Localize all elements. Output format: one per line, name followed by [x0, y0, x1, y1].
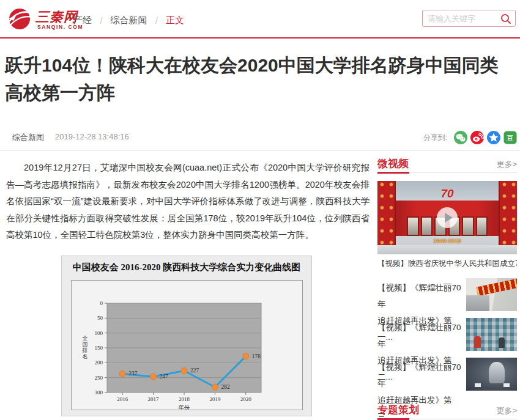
wechat-share-icon[interactable]	[454, 131, 467, 144]
search-icon[interactable]	[500, 13, 512, 25]
article-category: 综合新闻	[12, 132, 44, 143]
svg-text:2017: 2017	[148, 396, 160, 402]
sidebar-section-topics-header: 专题策划 更多>	[377, 403, 517, 419]
header-divider	[0, 37, 520, 39]
svg-text:178: 178	[252, 353, 261, 359]
anniversary-70-badge: 70	[440, 187, 453, 201]
share-label: 分享到:	[423, 133, 447, 143]
svg-text:全: 全	[83, 335, 88, 341]
video-thumbnail[interactable]	[466, 358, 517, 391]
svg-text:2016: 2016	[117, 396, 128, 402]
svg-text:100: 100	[95, 330, 103, 336]
douban-share-icon[interactable]: 豆	[503, 131, 517, 144]
article-date: 2019-12-28 13:48:16	[55, 132, 129, 141]
breadcrumb-separator: /	[150, 15, 163, 26]
video-list-item: 【视频】《辉煌壮丽70年 追赶超越再出发》第一...	[377, 278, 517, 312]
weibo-share-icon[interactable]	[470, 131, 484, 144]
meta-divider	[0, 150, 520, 151]
video-thumbnail[interactable]	[466, 318, 517, 351]
video-list-item: 【视频】《辉煌壮丽70年 追赶超越再出发》第二...	[377, 317, 517, 352]
video-list-item: 【视频】《辉煌壮丽70年 追赶超越再出发》第三...	[377, 357, 517, 391]
sanqin-logo[interactable]: 三秦网 SANQIN. COM	[7, 4, 75, 35]
svg-text:国: 国	[83, 341, 88, 347]
qzone-share-icon[interactable]	[487, 131, 500, 144]
svg-text:247: 247	[160, 374, 169, 380]
section-title-weishipin: 微视频	[377, 157, 409, 171]
anniversary-years-text: 1949-2019	[377, 237, 517, 244]
person-figure	[474, 336, 481, 348]
floor	[377, 245, 517, 254]
svg-text:250: 250	[95, 375, 103, 381]
svg-text:年份: 年份	[179, 405, 191, 410]
search-input[interactable]	[428, 11, 498, 26]
plaque	[475, 383, 481, 387]
svg-text:0: 0	[100, 300, 103, 306]
article-body: 2019年12月27日，艾瑞深中国校友会网(cuaa.net)正式公布《2020…	[6, 160, 370, 244]
svg-text:名: 名	[83, 353, 88, 359]
svg-text:282: 282	[221, 384, 230, 390]
ranking-chart-image: 中国校友会 2016-2020 陕西科技大学综合实力变化曲线图 05010015…	[61, 256, 312, 416]
video-thumbnail[interactable]	[466, 278, 517, 311]
news-article-page: 三秦网 SANQIN. COM 产经 / 综合新闻 / 正文 跃升104位！陕科…	[0, 0, 520, 420]
svg-text:237: 237	[128, 370, 138, 377]
svg-text:50: 50	[97, 315, 103, 321]
breadcrumb-separator: /	[94, 15, 108, 26]
article-meta: 综合新闻 2019-12-28 13:48:16 分享到:	[0, 130, 520, 146]
chart-title: 中国校友会 2016-2020 陕西科技大学综合实力变化曲线图	[62, 262, 311, 273]
svg-text:豆: 豆	[507, 134, 514, 142]
main-video-thumbnail[interactable]: 70 1949-2019	[377, 181, 517, 254]
chart-plot-area: 05010015020025030020162017201820192020年份…	[71, 280, 303, 410]
more-videos-link[interactable]: 更多>	[496, 159, 517, 170]
breadcrumb-item-current: 正文	[166, 15, 184, 25]
breadcrumb-item-zonghexinwen[interactable]: 综合新闻	[111, 15, 147, 25]
search-box	[422, 10, 516, 27]
more-topics-link[interactable]: 更多>	[496, 405, 517, 416]
page-title: 跃升104位！陕科大在校友会2020中国大学排名跻身中国同类高校第一方阵	[5, 51, 516, 106]
statue-figure	[489, 362, 505, 383]
section-title-zhuanticehua: 专题策划	[377, 403, 419, 417]
breadcrumb: 产经 / 综合新闻 / 正文	[73, 14, 184, 26]
person-figure	[499, 337, 505, 348]
sanqin-logo-icon	[7, 6, 33, 32]
breadcrumb-item-chanjing[interactable]: 产经	[73, 15, 92, 25]
svg-text:2020: 2020	[240, 396, 252, 402]
svg-text:150: 150	[95, 345, 103, 351]
svg-text:2018: 2018	[179, 396, 190, 402]
svg-text:200: 200	[95, 359, 103, 366]
share-bar: 分享到: 豆	[423, 130, 517, 146]
svg-text:300: 300	[95, 389, 103, 396]
plaque	[503, 383, 510, 387]
svg-text:排: 排	[82, 347, 88, 353]
main-video-caption[interactable]: 【视频】陕西省庆祝中华人民共和国成立70周...	[377, 259, 517, 269]
svg-text:2019: 2019	[209, 396, 221, 402]
section-underline	[377, 172, 409, 174]
svg-text:227: 227	[190, 367, 199, 374]
sidebar-section-videos-header: 微视频 更多>	[377, 157, 517, 172]
play-icon[interactable]	[437, 207, 458, 228]
